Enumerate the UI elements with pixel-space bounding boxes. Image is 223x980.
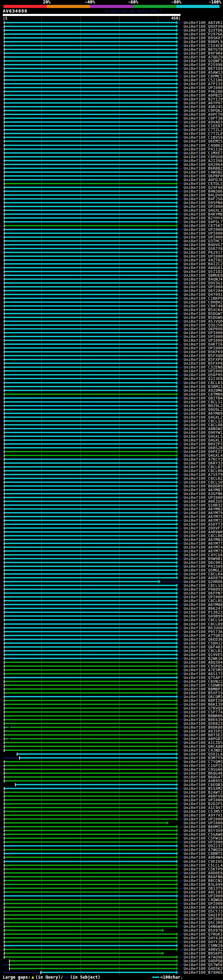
hit-arrowhead [176, 829, 178, 832]
hit-arrowhead [176, 281, 178, 285]
hit-arrowhead [176, 29, 178, 32]
hit-line [5, 508, 176, 510]
hit-arrowhead [176, 890, 178, 894]
hit-line [5, 210, 176, 211]
subject-overhang-right [179, 252, 183, 253]
hit-arrowhead [176, 538, 178, 541]
hit-line [5, 899, 176, 900]
hit-arrowhead [176, 389, 178, 392]
hit-arrowhead [176, 36, 178, 40]
subject-overhang-right [179, 53, 183, 54]
hit-line [5, 646, 176, 648]
hit-line [5, 290, 176, 291]
hit-line [5, 907, 176, 908]
subject-overhang-right [179, 22, 183, 23]
hit-arrowhead [176, 189, 178, 193]
hit-line [5, 172, 176, 173]
hit-line [5, 401, 176, 402]
hit-arrowhead [176, 262, 178, 266]
hit-arrowhead [176, 913, 178, 917]
subject-overhang-right [179, 451, 183, 452]
hit-arrowhead [176, 465, 178, 469]
hit-line [5, 596, 176, 598]
subject-overhang-right [162, 581, 183, 582]
hit-arrowhead [176, 132, 178, 135]
hit-arrowhead [176, 944, 178, 947]
subject-overhang-right [179, 305, 183, 307]
hit-arrowhead [176, 733, 178, 737]
hit-arrowhead [176, 607, 178, 610]
hit-arrowhead [176, 783, 178, 786]
hit-line [5, 206, 176, 207]
identity-scale-label: ~100% [209, 0, 221, 5]
hit-line [5, 225, 176, 226]
subject-overhang-right [179, 673, 183, 675]
hit-line [5, 761, 176, 762]
hit-arrowhead [176, 354, 178, 357]
hit-arrowhead [176, 653, 178, 656]
hit-arrowhead [176, 813, 178, 817]
hit-arrowhead [176, 660, 178, 664]
hit-line [5, 600, 176, 601]
hit-arrowhead [176, 216, 178, 220]
hit-line [5, 872, 176, 873]
hit-line [5, 615, 176, 617]
hit-line [5, 527, 176, 529]
subject-overhang-right [179, 405, 183, 406]
hit-line [5, 520, 176, 521]
hit-arrowhead [176, 350, 178, 353]
hit-line [5, 765, 176, 766]
subject-overhang-right [179, 934, 183, 935]
hit-arrowhead [176, 496, 178, 499]
hit-line [5, 654, 176, 655]
hit-arrowhead [176, 515, 178, 518]
hit-arrowhead [176, 684, 178, 687]
hit-arrowhead [176, 710, 178, 714]
hit-arrowhead [176, 791, 178, 794]
hit-arrowhead [176, 25, 178, 28]
subject-overhang-right [179, 459, 183, 460]
hit-line [5, 734, 176, 736]
hit-arrowhead [176, 963, 178, 966]
subject-overhang-right [179, 83, 183, 84]
hit-arrowhead [176, 772, 178, 775]
hit-line [5, 497, 176, 498]
hit-line [5, 749, 176, 751]
subject-overhang-right [179, 290, 183, 291]
hit-line [5, 910, 176, 912]
legend-scale-label: =100char. [160, 975, 183, 980]
hit-line [5, 558, 176, 559]
hit-arrowhead [176, 756, 178, 760]
hit-line [5, 156, 176, 158]
hit-line [5, 148, 176, 150]
hit-line [5, 301, 176, 303]
hit-arrowhead [176, 695, 178, 698]
hit-arrowhead [176, 967, 178, 970]
hit-arrowhead [176, 75, 178, 78]
hit-arrowhead [176, 450, 178, 453]
hit-arrowhead [176, 147, 178, 151]
hit-line [5, 282, 176, 284]
hit-line [5, 799, 176, 800]
subject-overhang-right [179, 873, 183, 873]
subject-overhang-right [179, 949, 183, 950]
hit-line [5, 501, 176, 502]
subject-overhang-right [179, 604, 183, 605]
subject-overhang-right [179, 45, 183, 46]
hit-arrowhead [176, 568, 178, 572]
hit-line [5, 313, 176, 314]
hit-arrowhead [176, 691, 178, 695]
hit-arrowhead [176, 932, 178, 936]
hit-line [5, 700, 176, 701]
hit-arrowhead [176, 385, 178, 388]
hit-arrowhead [176, 687, 178, 691]
hit-line [5, 137, 176, 138]
hit-line [5, 248, 176, 249]
hit-line [5, 286, 176, 288]
subject-overhang-right [179, 826, 183, 827]
hit-line [5, 546, 176, 548]
hit-line [5, 635, 176, 636]
hit-line [5, 202, 176, 204]
hit-arrowhead [176, 174, 178, 178]
subject-overhang-right [179, 819, 183, 820]
